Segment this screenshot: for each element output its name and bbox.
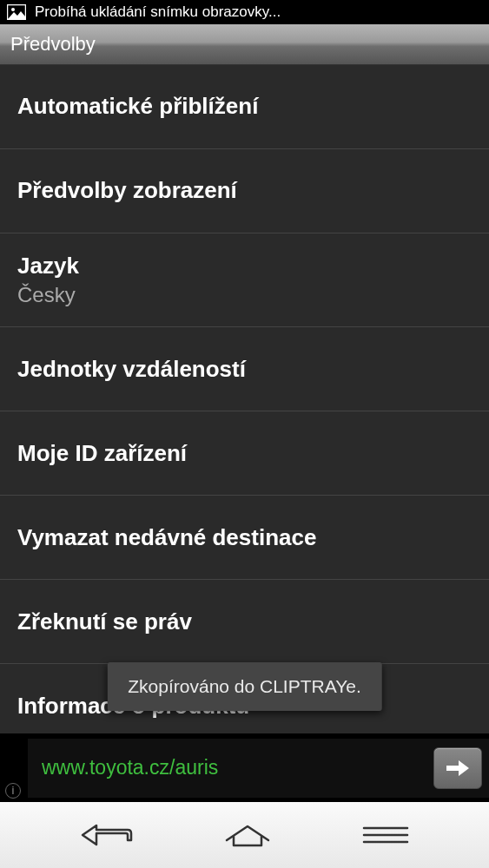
page-title: Předvolby [10,33,96,56]
back-icon [79,822,135,848]
home-icon [223,823,272,847]
arrow-right-icon [446,760,469,777]
toast-text: Zkopírováno do CLIPTRAYe. [128,676,360,696]
menu-button[interactable] [361,825,410,845]
settings-item-display-prefs[interactable]: Předvolby zobrazení [0,149,489,233]
item-title: Moje ID zařízení [17,440,472,467]
item-title: Předvolby zobrazení [17,177,472,204]
item-title: Jazyk [17,253,472,279]
menu-icon [361,825,410,845]
settings-item-clear-destinations[interactable]: Vymazat nedávné destinace [0,496,489,580]
page-header: Předvolby [0,24,489,65]
settings-item-distance-units[interactable]: Jednotky vzdáleností [0,327,489,411]
home-button[interactable] [223,823,272,847]
item-title: Automatické přiblížení [17,93,472,120]
ad-banner[interactable]: www.toyota.cz/auris [28,739,489,798]
ad-bar: i www.toyota.cz/auris [0,733,489,802]
item-title: Zřeknutí se práv [17,608,472,635]
toast-message: Zkopírováno do CLIPTRAYe. [107,662,381,711]
ad-link-text: www.toyota.cz/auris [42,756,218,779]
item-title: Vymazat nedávné destinace [17,524,472,551]
settings-item-disclaimer[interactable]: Zřeknutí se práv [0,580,489,664]
settings-item-device-id[interactable]: Moje ID zařízení [0,411,489,496]
settings-list: Automatické přiblížení Předvolby zobraze… [0,65,489,748]
item-title: Jednotky vzdáleností [17,356,472,383]
status-bar: Probíhá ukládání snímku obrazovky... [0,0,489,24]
back-button[interactable] [79,822,135,848]
ad-arrow-button[interactable] [433,747,482,789]
status-bar-text: Probíhá ukládání snímku obrazovky... [35,3,281,21]
image-icon [7,4,26,20]
settings-item-language[interactable]: Jazyk Česky [0,233,489,327]
nav-bar [0,802,489,868]
item-subtitle: Česky [17,283,472,307]
ad-info-icon[interactable]: i [5,783,21,799]
svg-point-1 [11,8,15,11]
settings-item-auto-zoom[interactable]: Automatické přiblížení [0,65,489,149]
